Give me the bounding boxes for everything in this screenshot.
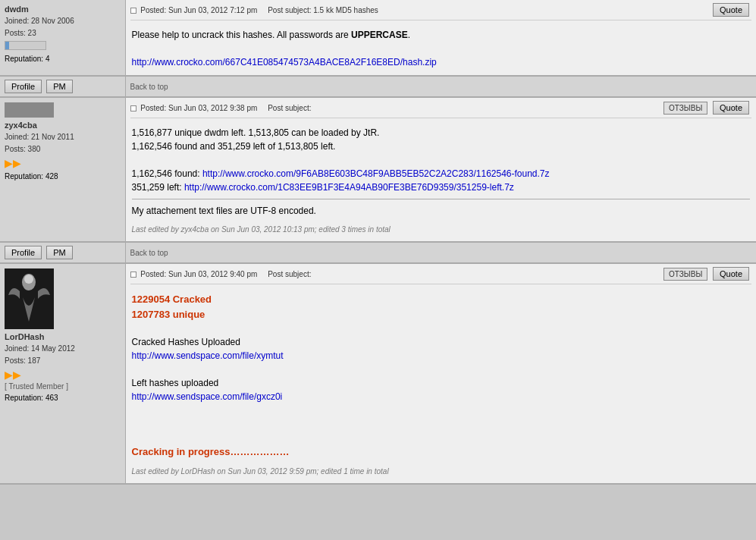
post-header-2: Posted: Sun Jun 03, 2012 9:38 pm Post su… [130, 101, 752, 118]
found-link-2[interactable]: http://www.crocko.com/9F6AB8E603BC48F9AB… [202, 168, 550, 179]
cracked-upload-link[interactable]: http://www.sendspace.com/file/xymtut [132, 350, 284, 361]
back-to-top-link-2[interactable]: Back to top [130, 249, 168, 257]
rep-label-1: Reputation: [5, 55, 43, 63]
post-actions-3: ОТЗЫВЫ Quote [663, 267, 751, 281]
joined-date-1: 28 Nov 2006 [31, 17, 74, 25]
rep-arrows-3: ▶▶ [5, 369, 121, 381]
joined-label-1: Joined: [5, 17, 31, 25]
hash-link-1[interactable]: http://www.crocko.com/667C41E085474573A4… [132, 57, 437, 68]
body-found-2: 1,162,546 found: http://www.crocko.com/9… [132, 167, 751, 181]
content-cell-2: Posted: Sun Jun 03, 2012 9:38 pm Post su… [125, 97, 756, 242]
quote-button-2[interactable]: Quote [713, 101, 749, 115]
pm-button-2[interactable]: PM [46, 246, 73, 259]
user-info-2: Joined: 21 Nov 2011 Posts: 380 [5, 131, 121, 155]
left-label-2: 351,259 left: [132, 182, 182, 193]
posts-label-1: Posts: [5, 29, 28, 37]
quote-button-3[interactable]: Quote [713, 267, 749, 281]
avatar-3 [5, 268, 54, 329]
avatar-svg-3 [5, 268, 54, 329]
username-3: LorDHash [5, 332, 121, 341]
posted-date-2: Posted: Sun Jun 03, 2012 9:38 pm [140, 104, 257, 112]
joined-label-2: Joined: [5, 133, 31, 141]
uppercase-text: UPPERCASE [351, 30, 408, 40]
rep-value-3: 463 [45, 394, 58, 402]
posts-label-2: Posts: [5, 145, 28, 153]
pm-button-1[interactable]: PM [46, 80, 73, 93]
reputation-2: Reputation: 428 [5, 172, 121, 181]
user-cell-3: LorDHash Joined: 14 May 2012 Posts: 187 … [0, 263, 125, 484]
divider-2 [132, 199, 751, 199]
post-icon-3 [130, 272, 136, 278]
content-cell-3: Posted: Sun Jun 03, 2012 9:40 pm Post su… [125, 263, 756, 484]
rep-label-2: Reputation: [5, 172, 43, 181]
rep-bar-1 [5, 41, 46, 50]
user-cell-2: zyx4cba Joined: 21 Nov 2011 Posts: 380 ▶… [0, 97, 125, 242]
username-1: dwdm [5, 5, 121, 14]
body-line2-2: 1,162,546 found and 351,259 left of 1,51… [132, 140, 751, 153]
profile-button-2[interactable]: Profile [5, 246, 42, 259]
posts-count-3: 187 [28, 356, 41, 365]
back-to-top-cell-2: Back to top [125, 242, 756, 263]
post-icon-1 [130, 8, 136, 14]
svg-point-2 [24, 275, 33, 284]
cracked-line2: 1207783 unique [132, 307, 751, 322]
left-link-2[interactable]: http://www.crocko.com/1C83EE9B1F3E4A94AB… [184, 182, 514, 193]
user-info-1: Joined: 28 Nov 2006 Posts: 23 [5, 15, 121, 39]
left-upload-link[interactable]: http://www.sendspace.com/file/gxcz0i [132, 391, 283, 402]
profile-pm-cell-2: Profile PM [0, 242, 125, 263]
cracked-line1: 1229054 Cracked [132, 292, 751, 307]
last-edited-3: Last edited by LorDHash on Sun Jun 03, 2… [132, 466, 751, 477]
otzyvy-button-2[interactable]: ОТЗЫВЫ [663, 102, 707, 115]
back-to-top-cell-1: Back to top [125, 76, 756, 97]
post-header-3: Posted: Sun Jun 03, 2012 9:40 pm Post su… [130, 267, 752, 284]
body-note-2: My attachement text files are UTF-8 enco… [132, 204, 751, 218]
last-edited-2: Last edited by zyx4cba on Sun Jun 03, 20… [132, 224, 751, 235]
post-row-2: zyx4cba Joined: 21 Nov 2011 Posts: 380 ▶… [0, 97, 756, 242]
username-2: zyx4cba [5, 121, 121, 130]
post-subject-3: Post subject: [268, 270, 311, 278]
post-header-1: Posted: Sun Jun 03, 2012 7:12 pm Post su… [130, 3, 752, 20]
body-left-2: 351,259 left: http://www.crocko.com/1C83… [132, 181, 751, 194]
post-row-3: LorDHash Joined: 14 May 2012 Posts: 187 … [0, 263, 756, 484]
reputation-3: Reputation: 463 [5, 394, 121, 402]
profile-pm-cell-1: Profile PM [0, 76, 125, 97]
post-body-2: 1,516,877 unique dwdm left. 1,513,805 ca… [130, 123, 752, 238]
rep-arrows-2: ▶▶ [5, 157, 121, 169]
post-row-1: dwdm Joined: 28 Nov 2006 Posts: 23 Reput… [0, 0, 756, 76]
rep-value-2: 428 [45, 172, 58, 181]
trusted-member-label-3: [ Trusted Member ] [5, 382, 121, 391]
content-cell-1: Posted: Sun Jun 03, 2012 7:12 pm Post su… [125, 0, 756, 76]
post-meta-1: Posted: Sun Jun 03, 2012 7:12 pm Post su… [130, 6, 378, 14]
otzyvy-button-3[interactable]: ОТЗЫВЫ [663, 268, 707, 281]
posts-count-1: 23 [28, 29, 36, 37]
cracked-hashes-label: Cracked Hashes Uploaded [132, 335, 751, 349]
avatar-2 [5, 102, 54, 118]
post-subject-2: Post subject: [268, 104, 311, 112]
post-icon-2 [130, 105, 136, 111]
posted-date-3: Posted: Sun Jun 03, 2012 9:40 pm [140, 270, 257, 278]
found-label-2: 1,162,546 found: [132, 168, 200, 179]
user-info-3: Joined: 14 May 2012 Posts: 187 [5, 343, 121, 367]
user-cell-1: dwdm Joined: 28 Nov 2006 Posts: 23 Reput… [0, 0, 125, 76]
profile-button-1[interactable]: Profile [5, 80, 42, 93]
back-to-top-link-1[interactable]: Back to top [130, 83, 168, 91]
post-body-3: 1229054 Cracked 1207783 unique Cracked H… [130, 289, 752, 480]
post-subject-1: Post subject: 1.5 kk MD5 hashes [268, 6, 378, 14]
posts-count-2: 380 [28, 145, 41, 153]
post-meta-3: Posted: Sun Jun 03, 2012 9:40 pm Post su… [130, 270, 312, 278]
posts-label-3: Posts: [5, 356, 28, 365]
cracked-link-2[interactable]: 1207783 unique [132, 309, 205, 320]
joined-date-3: 14 May 2012 [31, 344, 75, 353]
cracked-link-1[interactable]: 1229054 Cracked [132, 294, 212, 305]
body-intro-2: 1,516,877 unique dwdm left. 1,513,805 ca… [132, 126, 751, 140]
left-hashes-label: Left hashes uploaded [132, 376, 751, 390]
quote-button-1[interactable]: Quote [713, 3, 749, 17]
post-body-1: Please help to uncrack this hashes. All … [130, 25, 752, 72]
posted-date-1: Posted: Sun Jun 03, 2012 7:12 pm [140, 6, 257, 14]
post-actions-2: ОТЗЫВЫ Quote [663, 101, 751, 115]
post-text-1: Please help to uncrack this hashes. All … [132, 28, 751, 42]
post-meta-2: Posted: Sun Jun 03, 2012 9:38 pm Post su… [130, 104, 312, 112]
joined-label-3: Joined: [5, 344, 31, 353]
rep-value-1: 4 [45, 55, 50, 63]
back-to-top-row-1: Profile PM Back to top [0, 76, 756, 97]
